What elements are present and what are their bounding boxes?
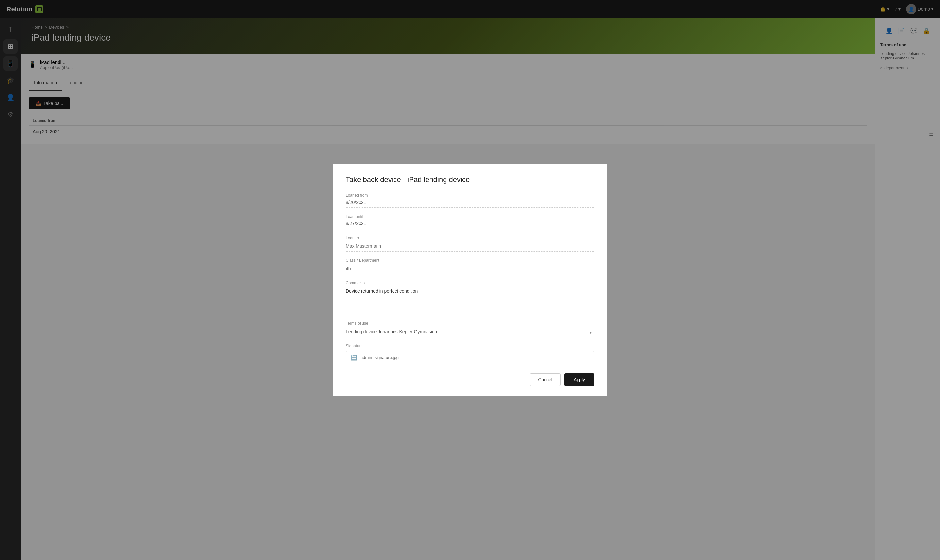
comments-textarea[interactable]: Device returned in perfect condition <box>346 287 594 313</box>
modal-footer: Cancel Apply <box>346 374 594 386</box>
field-class-department: Class / Department <box>346 258 594 274</box>
terms-of-use-select[interactable]: Lending device Johannes-Kepler-Gymnasium <box>346 328 594 337</box>
loan-until-value: 8/27/2021 <box>346 221 594 229</box>
apply-button[interactable]: Apply <box>564 374 594 386</box>
field-loaned-from: Loaned from 8/20/2021 <box>346 193 594 208</box>
comments-label: Comments <box>346 281 594 285</box>
field-loan-until: Loan until 8/27/2021 <box>346 214 594 229</box>
loan-until-label: Loan until <box>346 214 594 219</box>
field-terms-of-use: Terms of use Lending device Johannes-Kep… <box>346 321 594 337</box>
signature-label: Signature <box>346 344 594 348</box>
field-comments: Comments Device returned in perfect cond… <box>346 281 594 315</box>
field-signature: Signature 🔄 admin_signature.jpg <box>346 344 594 364</box>
signature-field[interactable]: 🔄 admin_signature.jpg <box>346 351 594 364</box>
terms-of-use-label: Terms of use <box>346 321 594 326</box>
loaned-from-value: 8/20/2021 <box>346 200 594 208</box>
class-department-input[interactable] <box>346 265 594 274</box>
loaned-from-label: Loaned from <box>346 193 594 198</box>
signature-filename: admin_signature.jpg <box>361 355 399 360</box>
loan-to-label: Loan to <box>346 235 594 240</box>
modal: Take back device - iPad lending device L… <box>333 164 607 396</box>
modal-overlay: Take back device - iPad lending device L… <box>0 0 940 560</box>
cancel-button[interactable]: Cancel <box>530 374 561 386</box>
terms-of-use-wrapper: Lending device Johannes-Kepler-Gymnasium… <box>346 328 594 337</box>
signature-file-icon: 🔄 <box>351 354 357 361</box>
field-loan-to: Loan to <box>346 235 594 252</box>
class-department-label: Class / Department <box>346 258 594 263</box>
loan-to-input[interactable] <box>346 242 594 252</box>
modal-title: Take back device - iPad lending device <box>346 175 594 184</box>
